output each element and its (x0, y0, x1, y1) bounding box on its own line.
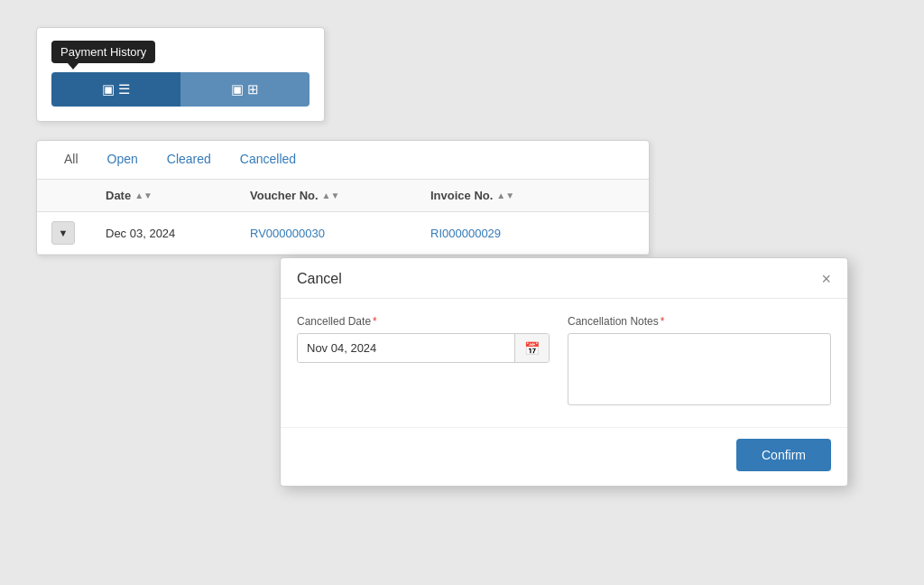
dialog-close-button[interactable]: × (821, 271, 831, 287)
cancelled-date-group: Cancelled Date* 📅 (297, 315, 550, 405)
cancelled-date-input[interactable] (298, 334, 514, 362)
table-row: ▼ Dec 03, 2024 RV000000030 RI000000029 (37, 212, 649, 255)
row-dropdown-button[interactable]: ▼ (51, 221, 75, 245)
th-actions (37, 180, 91, 211)
payment-table-card: All Open Cleared Cancelled Date ▲▼ Vouch… (36, 140, 650, 255)
list-view-button[interactable]: ▣ ☰ (51, 72, 180, 107)
tab-cleared[interactable]: Cleared (154, 141, 224, 179)
td-voucher[interactable]: RV000000030 (236, 218, 416, 249)
sort-invoice-icon[interactable]: ▲▼ (496, 191, 514, 200)
td-date: Dec 03, 2024 (91, 218, 236, 249)
cancel-dialog: Cancel × Cancelled Date* 📅 Cancellation … (280, 257, 848, 487)
date-input-wrapper: 📅 (297, 333, 550, 363)
cancelled-date-label: Cancelled Date* (297, 315, 550, 328)
dialog-body: Cancelled Date* 📅 Cancellation Notes* (281, 299, 847, 427)
payment-history-tooltip: Payment History (51, 41, 155, 63)
cancellation-notes-required: * (661, 315, 665, 328)
td-invoice[interactable]: RI000000029 (416, 218, 649, 249)
sort-voucher-icon[interactable]: ▲▼ (322, 191, 340, 200)
th-date[interactable]: Date ▲▼ (91, 180, 236, 211)
th-date-label: Date (106, 189, 131, 202)
table-header: Date ▲▼ Voucher No. ▲▼ Invoice No. ▲▼ (37, 180, 649, 212)
cancellation-notes-input[interactable] (568, 333, 831, 405)
sort-date-icon[interactable]: ▲▼ (134, 191, 152, 200)
dialog-header: Cancel × (281, 258, 847, 299)
tab-all[interactable]: All (51, 141, 91, 179)
th-invoice[interactable]: Invoice No. ▲▼ (416, 180, 649, 211)
calendar-button[interactable]: 📅 (514, 334, 549, 362)
dialog-title: Cancel (297, 271, 342, 287)
td-actions: ▼ (37, 212, 91, 254)
th-voucher-label: Voucher No. (250, 189, 319, 202)
view-toggle-group: ▣ ☰ ▣ ⊞ (51, 72, 310, 107)
dialog-footer: Confirm (281, 427, 847, 486)
th-invoice-label: Invoice No. (430, 189, 493, 202)
cancellation-notes-group: Cancellation Notes* (568, 315, 831, 405)
tree-view-button[interactable]: ▣ ⊞ (180, 72, 310, 107)
payment-history-card: Payment History ▣ ☰ ▣ ⊞ (36, 27, 325, 122)
th-voucher[interactable]: Voucher No. ▲▼ (236, 180, 416, 211)
tabs-row: All Open Cleared Cancelled (37, 141, 649, 180)
cancelled-date-required: * (373, 315, 377, 328)
tree-icon: ▣ ⊞ (231, 81, 259, 98)
tooltip-text: Payment History (60, 45, 146, 59)
list-icon: ▣ ☰ (102, 81, 130, 98)
tab-cancelled[interactable]: Cancelled (227, 141, 309, 179)
tab-open[interactable]: Open (95, 141, 151, 179)
cancellation-notes-label: Cancellation Notes* (568, 315, 831, 328)
confirm-button[interactable]: Confirm (736, 439, 831, 471)
